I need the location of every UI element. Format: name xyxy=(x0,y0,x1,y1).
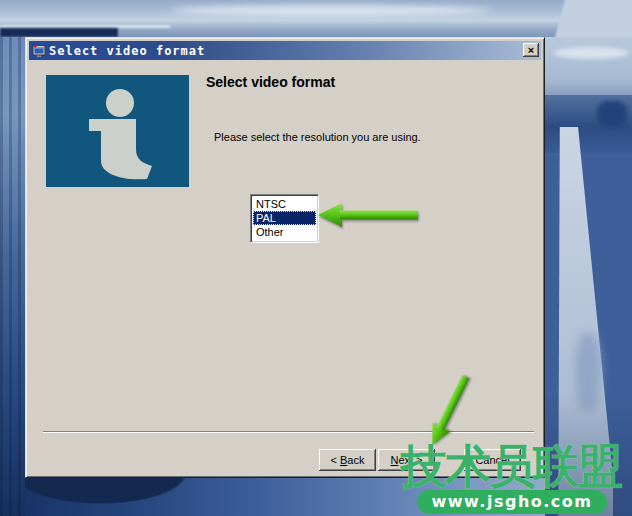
back-button[interactable]: < Back xyxy=(319,449,376,471)
listbox-option-ntsc[interactable]: NTSC xyxy=(253,197,316,211)
dialog-select-video-format: Select video format × Select video forma… xyxy=(25,37,545,478)
window-title: Select video format xyxy=(49,44,205,58)
background-left-strip xyxy=(0,37,26,516)
info-i-glyph xyxy=(46,75,189,187)
background-sky xyxy=(545,37,632,101)
pal-pointer-arrow-icon xyxy=(316,201,420,229)
watermark-url: www.jsgho.com xyxy=(417,490,607,514)
titlebar[interactable]: Select video format × xyxy=(29,41,541,60)
background-marking xyxy=(575,332,601,412)
background-dark-band xyxy=(0,28,118,37)
cloud-shape xyxy=(553,47,629,59)
listbox-option-pal[interactable]: PAL xyxy=(253,211,316,225)
video-format-listbox: NTSC PAL Other xyxy=(250,194,319,243)
cloud-shape xyxy=(170,5,490,16)
back-label-rest: ack xyxy=(347,454,364,466)
close-button[interactable]: × xyxy=(523,43,539,57)
listbox-option-other[interactable]: Other xyxy=(253,225,316,239)
instruction-text: Please select the resolution you are usi… xyxy=(214,131,421,143)
back-label: < xyxy=(331,454,340,466)
setup-window-icon xyxy=(32,44,46,58)
page-title: Select video format xyxy=(206,74,335,90)
background-corner-shape xyxy=(502,0,632,37)
background-sky-strip xyxy=(0,0,632,37)
info-icon xyxy=(46,75,189,187)
button-separator xyxy=(43,431,534,432)
watermark-brand: 技术员联盟 xyxy=(401,441,621,491)
background-blob xyxy=(597,101,627,127)
background-horizon-band xyxy=(545,95,632,153)
desktop: Select video format × Select video forma… xyxy=(0,0,632,516)
